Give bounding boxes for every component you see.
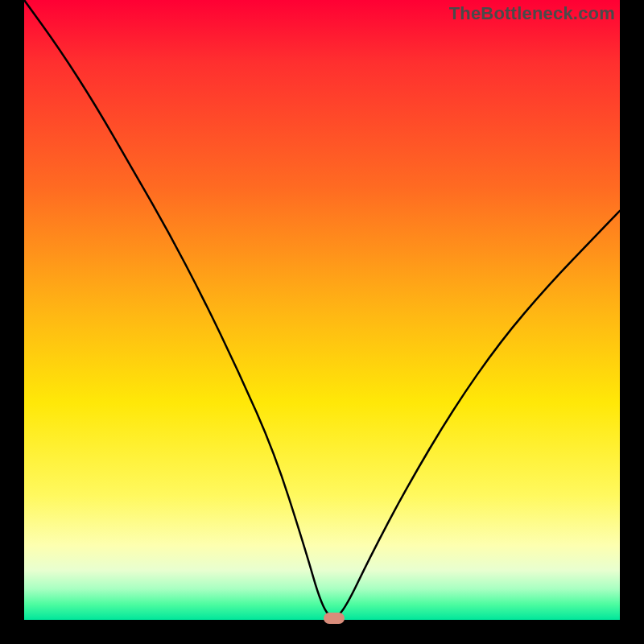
bottleneck-curve <box>24 0 620 620</box>
chart-frame: TheBottleneck.com <box>0 0 644 644</box>
minimum-marker <box>324 613 345 624</box>
watermark-text: TheBottleneck.com <box>449 3 615 24</box>
plot-area <box>24 0 620 620</box>
